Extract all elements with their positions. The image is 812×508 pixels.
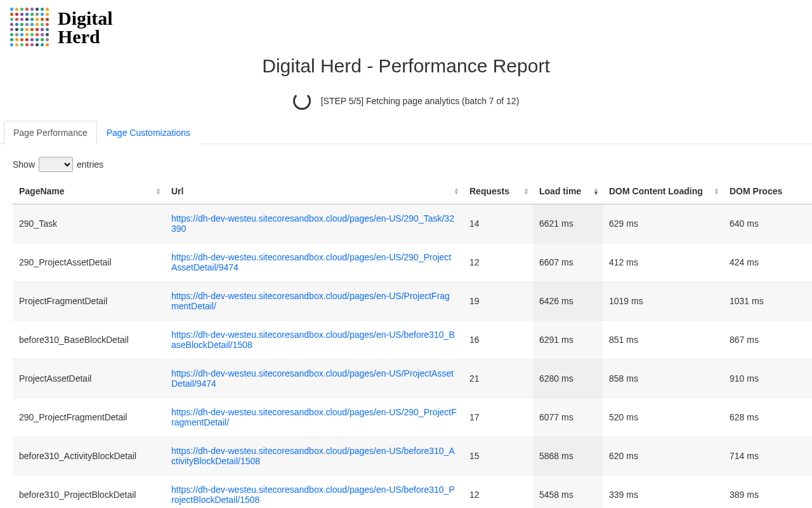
spinner-icon — [293, 92, 311, 110]
col-header-domcontent[interactable]: DOM Content Loading ▲▼ — [603, 178, 723, 204]
cell-domcontent: 629 ms — [603, 204, 723, 243]
col-label: Url — [171, 186, 183, 196]
col-header-pagename[interactable]: PageName ▲▼ — [13, 178, 165, 204]
cell-pagename: before310_BaseBlockDetail — [13, 321, 165, 359]
show-label: Show — [13, 159, 35, 170]
cell-domproc: 910 ms — [723, 359, 812, 398]
tabs: Page Performance Page Customizations — [0, 120, 812, 144]
cell-url: https://dh-dev-westeu.sitecoresandbox.cl… — [165, 437, 463, 476]
cell-domcontent: 339 ms — [603, 476, 723, 509]
cell-url: https://dh-dev-westeu.sitecoresandbox.cl… — [165, 204, 463, 243]
cell-url: https://dh-dev-westeu.sitecoresandbox.cl… — [165, 321, 463, 359]
header-logo: Digital Herd — [0, 0, 812, 53]
table-row: ProjectAssetDetailhttps://dh-dev-westeu.… — [13, 359, 812, 398]
cell-requests: 19 — [463, 282, 533, 321]
url-link[interactable]: https://dh-dev-westeu.sitecoresandbox.cl… — [171, 485, 455, 505]
col-label: PageName — [19, 186, 65, 196]
cell-pagename: before310_ProjectBlockDetail — [13, 476, 165, 509]
status-row: [STEP 5/5] Fetching page analytics (batc… — [0, 92, 812, 110]
url-link[interactable]: https://dh-dev-westeu.sitecoresandbox.cl… — [171, 330, 455, 350]
cell-domproc: 628 ms — [723, 398, 812, 437]
cell-loadtime: 6280 ms — [533, 359, 603, 398]
logo-text: Digital Herd — [58, 10, 113, 46]
cell-loadtime: 6607 ms — [533, 243, 603, 282]
logo-line-1: Digital — [58, 10, 113, 28]
cell-domproc: 389 ms — [723, 476, 812, 509]
cell-requests: 14 — [463, 204, 533, 243]
cell-requests: 15 — [463, 437, 533, 476]
url-link[interactable]: https://dh-dev-westeu.sitecoresandbox.cl… — [171, 446, 455, 466]
url-link[interactable]: https://dh-dev-westeu.sitecoresandbox.cl… — [171, 407, 457, 427]
logo-line-2: Herd — [58, 28, 113, 46]
entries-label: entries — [77, 159, 103, 170]
cell-url: https://dh-dev-westeu.sitecoresandbox.cl… — [165, 282, 463, 321]
col-header-url[interactable]: Url ▲▼ — [165, 178, 463, 204]
sort-icon: ▲▼ — [714, 187, 719, 196]
col-header-requests[interactable]: Requests ▲▼ — [463, 178, 533, 204]
cell-domcontent: 620 ms — [603, 437, 723, 476]
cell-domcontent: 412 ms — [603, 243, 723, 282]
cell-loadtime: 6291 ms — [533, 321, 603, 359]
cell-domcontent: 851 ms — [603, 321, 723, 359]
cell-pagename: 290_Task — [13, 204, 165, 243]
table-row: before310_ActivityBlockDetailhttps://dh-… — [13, 437, 812, 476]
url-link[interactable]: https://dh-dev-westeu.sitecoresandbox.cl… — [171, 368, 454, 389]
cell-loadtime: 6426 ms — [533, 282, 603, 321]
cell-requests: 16 — [463, 321, 533, 359]
table-row: 290_ProjectFragmentDetailhttps://dh-dev-… — [13, 398, 812, 437]
cell-requests: 21 — [463, 359, 533, 398]
url-link[interactable]: https://dh-dev-westeu.sitecoresandbox.cl… — [171, 291, 450, 311]
table-row: 290_Taskhttps://dh-dev-westeu.sitecoresa… — [13, 204, 812, 243]
col-header-domproc[interactable]: DOM Proces — [723, 178, 812, 204]
length-select[interactable] — [39, 157, 73, 172]
cell-requests: 12 — [463, 476, 533, 509]
cell-loadtime: 5868 ms — [533, 437, 603, 476]
col-label: Requests — [469, 186, 509, 196]
cell-domproc: 424 ms — [723, 243, 812, 282]
status-text: [STEP 5/5] Fetching page analytics (batc… — [321, 96, 520, 106]
cell-url: https://dh-dev-westeu.sitecoresandbox.cl… — [165, 476, 463, 509]
cell-domproc: 1031 ms — [723, 282, 812, 321]
url-link[interactable]: https://dh-dev-westeu.sitecoresandbox.cl… — [171, 213, 454, 234]
cell-domcontent: 520 ms — [603, 398, 723, 437]
page-title: Digital Herd - Performance Report — [0, 55, 812, 77]
cell-requests: 17 — [463, 398, 533, 437]
cell-pagename: 290_ProjectFragmentDetail — [13, 398, 165, 437]
tab-page-performance[interactable]: Page Performance — [4, 121, 97, 144]
cell-pagename: ProjectFragmentDetail — [13, 282, 165, 321]
col-label: DOM Proces — [730, 186, 782, 196]
cell-domproc: 714 ms — [723, 437, 812, 476]
col-label: DOM Content Loading — [609, 186, 703, 196]
cell-requests: 12 — [463, 243, 533, 282]
col-label: Load time — [539, 186, 581, 196]
table-row: before310_ProjectBlockDetailhttps://dh-d… — [13, 476, 812, 509]
logo-dots-icon — [10, 8, 50, 48]
tab-page-customizations[interactable]: Page Customizations — [97, 121, 200, 144]
performance-table: PageName ▲▼ Url ▲▼ Requests ▲▼ Load time… — [13, 178, 812, 508]
cell-pagename: before310_ActivityBlockDetail — [13, 437, 165, 476]
cell-url: https://dh-dev-westeu.sitecoresandbox.cl… — [165, 243, 463, 282]
sort-icon: ▲▼ — [593, 187, 599, 196]
cell-url: https://dh-dev-westeu.sitecoresandbox.cl… — [165, 398, 463, 437]
url-link[interactable]: https://dh-dev-westeu.sitecoresandbox.cl… — [171, 252, 451, 272]
cell-domcontent: 1019 ms — [603, 282, 723, 321]
cell-domproc: 867 ms — [723, 321, 812, 359]
cell-pagename: ProjectAssetDetail — [13, 359, 165, 398]
sort-icon: ▲▼ — [155, 187, 161, 196]
col-header-loadtime[interactable]: Load time ▲▼ — [533, 178, 603, 204]
table-row: 290_ProjectAssetDetailhttps://dh-dev-wes… — [13, 243, 812, 282]
table-row: before310_BaseBlockDetailhttps://dh-dev-… — [13, 321, 812, 359]
cell-loadtime: 5458 ms — [533, 476, 603, 509]
cell-domproc: 640 ms — [723, 204, 812, 243]
cell-domcontent: 858 ms — [603, 359, 723, 398]
length-menu: Show entries — [0, 144, 812, 178]
cell-url: https://dh-dev-westeu.sitecoresandbox.cl… — [165, 359, 463, 398]
cell-loadtime: 6077 ms — [533, 398, 603, 437]
cell-loadtime: 6621 ms — [533, 204, 603, 243]
cell-pagename: 290_ProjectAssetDetail — [13, 243, 165, 282]
table-row: ProjectFragmentDetailhttps://dh-dev-west… — [13, 282, 812, 321]
sort-icon: ▲▼ — [454, 187, 459, 196]
sort-icon: ▲▼ — [523, 187, 529, 196]
